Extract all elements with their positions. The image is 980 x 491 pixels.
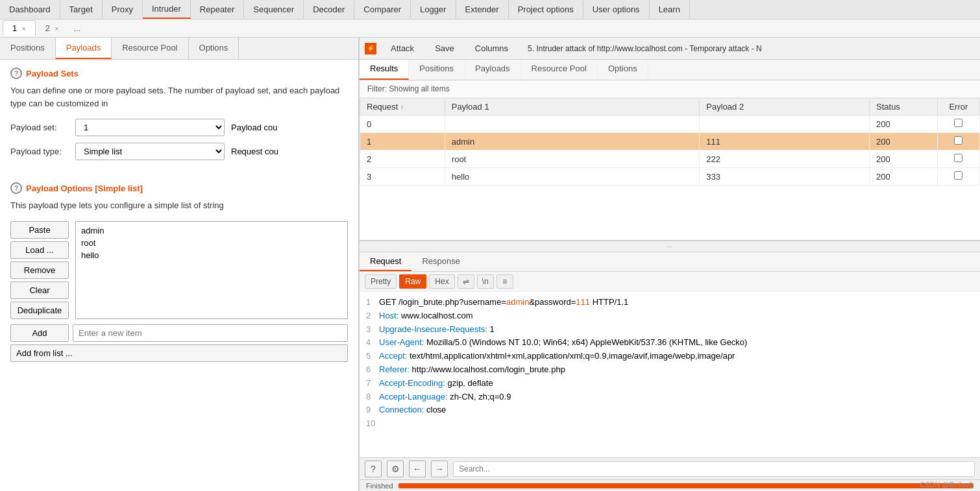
col-header-payload2[interactable]: Payload 2 bbox=[700, 99, 870, 115]
table-row[interactable]: 1 admin 111 200 bbox=[360, 133, 980, 150]
table-row[interactable]: 3 hello 333 200 bbox=[360, 168, 980, 186]
list-item: root bbox=[79, 237, 345, 249]
table-row[interactable]: 2 root 222 200 bbox=[360, 150, 980, 168]
left-tab-resource-pool[interactable]: Resource Pool bbox=[112, 38, 188, 59]
load-button[interactable]: Load ... bbox=[10, 241, 69, 259]
resize-handle[interactable]: ··· bbox=[360, 241, 980, 252]
cell-payload1: root bbox=[445, 150, 700, 168]
tab-2-close[interactable]: × bbox=[55, 25, 59, 32]
cell-error[interactable] bbox=[937, 115, 979, 133]
cell-error[interactable] bbox=[937, 168, 979, 186]
col-header-status[interactable]: Status bbox=[870, 99, 938, 115]
tab-more[interactable]: ... bbox=[68, 21, 86, 36]
settings-button[interactable]: ⚙ bbox=[387, 461, 404, 477]
nav-decoder[interactable]: Decoder bbox=[304, 1, 354, 18]
resp-tab[interactable]: Response bbox=[411, 252, 471, 271]
req-resp-panel: Request Response Pretty Raw Hex ⇌ \n ≡ 1… bbox=[360, 252, 980, 491]
search-input[interactable] bbox=[453, 461, 975, 477]
nav-learn[interactable]: Learn bbox=[650, 1, 690, 18]
nav-intruder[interactable]: Intruder bbox=[143, 0, 191, 19]
nav-target[interactable]: Target bbox=[60, 1, 103, 18]
tab-1[interactable]: 1 × bbox=[3, 20, 36, 36]
list-buttons: Paste Load ... Remove Clear Deduplicate bbox=[10, 221, 69, 319]
attack-menu-columns[interactable]: Columns bbox=[469, 41, 515, 56]
format-pretty[interactable]: Pretty bbox=[365, 274, 397, 289]
payload-type-row: Payload type: Simple list Runtime file C… bbox=[10, 143, 348, 160]
attack-tab-payloads[interactable]: Payloads bbox=[465, 60, 521, 80]
attack-tab-positions[interactable]: Positions bbox=[409, 60, 465, 80]
left-tab-positions[interactable]: Positions bbox=[0, 38, 56, 59]
table-row[interactable]: 0 200 bbox=[360, 115, 980, 133]
nav-project-options[interactable]: Project options bbox=[509, 1, 583, 18]
cell-status: 200 bbox=[870, 133, 938, 150]
payload-set-label: Payload set: bbox=[10, 123, 69, 132]
request-content: 1GET /login_brute.php?username=admin&pas… bbox=[360, 292, 980, 457]
format-bar: Pretty Raw Hex ⇌ \n ≡ bbox=[360, 272, 980, 292]
list-item: hello bbox=[79, 249, 345, 261]
add-button[interactable]: Add bbox=[10, 324, 69, 342]
add-from-list-button[interactable]: Add from list ... bbox=[10, 344, 348, 362]
col-header-error[interactable]: Error bbox=[937, 99, 979, 115]
left-tab-row: Positions Payloads Resource Pool Options bbox=[0, 38, 358, 60]
tab-1-close[interactable]: × bbox=[22, 25, 26, 32]
payload-options-help[interactable]: ? bbox=[10, 182, 22, 194]
col-header-request[interactable]: Request ↑ bbox=[360, 99, 445, 115]
cell-request: 3 bbox=[360, 168, 445, 186]
left-tab-options[interactable]: Options bbox=[189, 38, 239, 59]
nav-logger[interactable]: Logger bbox=[411, 1, 456, 18]
req-tab[interactable]: Request bbox=[360, 252, 411, 271]
cell-status: 200 bbox=[870, 168, 938, 186]
col-header-payload1[interactable]: Payload 1 bbox=[445, 99, 700, 115]
payload-sets-help[interactable]: ? bbox=[10, 67, 22, 79]
paste-button[interactable]: Paste bbox=[10, 221, 69, 239]
left-tab-payloads[interactable]: Payloads bbox=[56, 38, 112, 59]
format-newline-icon[interactable]: \n bbox=[477, 274, 494, 289]
help-button[interactable]: ? bbox=[365, 461, 382, 477]
format-hex[interactable]: Hex bbox=[429, 274, 454, 289]
results-data-table: Request ↑ Payload 1 Payload 2 Status Err… bbox=[360, 98, 980, 186]
top-nav: Dashboard Target Proxy Intruder Repeater… bbox=[0, 0, 980, 19]
nav-repeater[interactable]: Repeater bbox=[191, 1, 244, 18]
attack-menu-save[interactable]: Save bbox=[428, 41, 461, 56]
cell-error[interactable] bbox=[937, 133, 979, 150]
cell-payload2: 111 bbox=[700, 133, 870, 150]
attack-tab-resource-pool[interactable]: Resource Pool bbox=[521, 60, 598, 80]
format-wrap-icon[interactable]: ⇌ bbox=[458, 274, 474, 289]
deduplicate-button[interactable]: Deduplicate bbox=[10, 302, 69, 319]
nav-sequencer[interactable]: Sequencer bbox=[244, 1, 304, 18]
cell-payload1: hello bbox=[445, 168, 700, 186]
nav-comparer[interactable]: Comparer bbox=[354, 1, 411, 18]
remove-button[interactable]: Remove bbox=[10, 261, 69, 279]
finished-bar: Finished bbox=[360, 479, 980, 491]
list-item: admin bbox=[79, 224, 345, 237]
nav-dashboard[interactable]: Dashboard bbox=[0, 1, 60, 18]
cell-error[interactable] bbox=[937, 150, 979, 168]
attack-tab-options[interactable]: Options bbox=[598, 60, 648, 80]
nav-extender[interactable]: Extender bbox=[456, 1, 509, 18]
finished-label: Finished bbox=[366, 482, 393, 490]
clear-button[interactable]: Clear bbox=[10, 281, 69, 299]
watermark: CSDN @Beilav() bbox=[920, 481, 974, 488]
results-table: Request ↑ Payload 1 Payload 2 Status Err… bbox=[360, 98, 980, 241]
attack-menu-attack[interactable]: Attack bbox=[384, 41, 421, 56]
main-layout: Positions Payloads Resource Pool Options… bbox=[0, 38, 980, 491]
tab-2[interactable]: 2 × bbox=[36, 20, 69, 36]
payload-set-select[interactable]: 1 2 bbox=[75, 119, 225, 136]
forward-button[interactable]: → bbox=[431, 461, 448, 477]
format-menu-icon[interactable]: ≡ bbox=[496, 274, 513, 289]
payload-options-desc: This payload type lets you configure a s… bbox=[10, 199, 348, 212]
attack-tab-results[interactable]: Results bbox=[360, 60, 409, 80]
back-button[interactable]: ← bbox=[409, 461, 426, 477]
request-line: 10 bbox=[366, 417, 974, 431]
attack-tabs: Results Positions Payloads Resource Pool… bbox=[360, 60, 980, 80]
request-line: 8Accept-Language: zh-CN, zh;q=0.9 bbox=[366, 390, 974, 404]
payload-sets-section: ? Payload Sets You can define one or mor… bbox=[0, 60, 358, 174]
bottom-bar: ? ⚙ ← → bbox=[360, 457, 980, 479]
add-input[interactable] bbox=[73, 324, 348, 342]
format-raw[interactable]: Raw bbox=[399, 274, 426, 289]
nav-proxy[interactable]: Proxy bbox=[103, 1, 143, 18]
filter-bar[interactable]: Filter: Showing all items bbox=[360, 80, 980, 98]
payload-type-select[interactable]: Simple list Runtime file Custom iterator bbox=[75, 143, 225, 160]
nav-user-options[interactable]: User options bbox=[583, 1, 650, 18]
request-line: 6Referer: http://www.localhost.com/login… bbox=[366, 363, 974, 377]
